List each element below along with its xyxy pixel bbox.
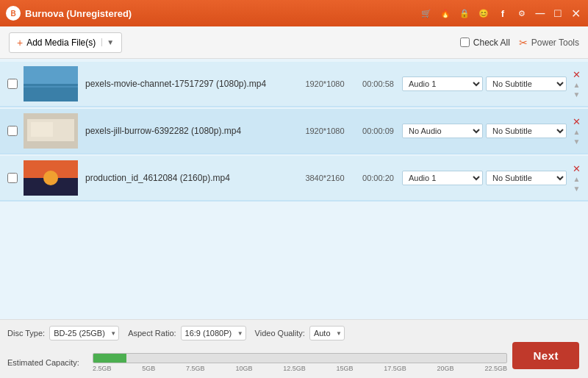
- file-actions: ✕▲▼: [573, 70, 581, 99]
- cart-icon[interactable]: 🛒: [419, 6, 434, 21]
- file-delete-button[interactable]: ✕: [573, 117, 581, 126]
- file-audio-select[interactable]: Audio 1No AudioAudio 2: [402, 124, 483, 138]
- title-left: B Burnova (Unregistered): [6, 6, 132, 21]
- file-actions: ✕▲▼: [573, 117, 581, 146]
- aspect-ratio-group: Aspect Ratio: 16:9 (1080P): [128, 326, 245, 340]
- scale-mark: 2.5GB: [93, 365, 112, 372]
- check-all-container: Check All: [460, 38, 510, 48]
- video-quality-select[interactable]: Auto: [309, 326, 345, 340]
- scale-mark: 12.5GB: [283, 365, 306, 372]
- lock-icon[interactable]: 🔒: [457, 6, 472, 21]
- file-duration: 00:00:20: [354, 174, 402, 182]
- file-move-down-button[interactable]: ▼: [573, 138, 581, 146]
- video-quality-select-wrapper: Auto: [309, 326, 345, 340]
- disc-type-group: Disc Type: BD-25 (25GB): [7, 326, 119, 340]
- scale-labels: 2.5GB5GB7.5GB10GB12.5GB15GB17.5GB20GB22.…: [93, 365, 507, 372]
- disc-type-label: Disc Type:: [7, 329, 45, 338]
- add-icon: +: [17, 37, 23, 49]
- file-subtitle-select[interactable]: No SubtitleSubtitle 1Subtitle 2: [486, 76, 567, 91]
- scale-mark: 10GB: [235, 365, 252, 372]
- file-move-down-button[interactable]: ▼: [573, 90, 581, 99]
- power-tools-button[interactable]: ✂ Power Tools: [519, 37, 579, 49]
- scale-mark: 17.5GB: [384, 365, 406, 372]
- disc-type-select[interactable]: BD-25 (25GB): [49, 326, 119, 340]
- file-row: production_id_4612084 (2160p).mp43840*21…: [0, 156, 588, 202]
- content-area: pexels-movie-channet-17517297 (1080p).mp…: [0, 59, 588, 319]
- file-name: production_id_4612084 (2160p).mp4: [85, 173, 295, 183]
- toolbar: + Add Media File(s) ▼ Check All ✂ Power …: [0, 26, 588, 59]
- check-all-label: Check All: [473, 38, 510, 48]
- file-checkbox[interactable]: [7, 126, 18, 136]
- add-media-label: Add Media File(s): [26, 38, 96, 48]
- tools-icon: ✂: [519, 37, 528, 49]
- file-subtitle-wrapper: No SubtitleSubtitle 1Subtitle 2: [486, 124, 567, 138]
- file-move-up-button[interactable]: ▲: [573, 175, 581, 183]
- file-audio-select[interactable]: Audio 1No AudioAudio 2: [402, 171, 483, 185]
- file-resolution: 1920*1080: [295, 126, 354, 135]
- title-controls: 🛒 🔥 🔒 😊 f ⚙ ─ ☐ ✕: [419, 6, 582, 21]
- estimated-capacity-label: Estimated Capacity:: [7, 358, 88, 367]
- file-move-down-button[interactable]: ▼: [573, 185, 581, 193]
- settings-icon[interactable]: ⚙: [514, 6, 529, 21]
- file-audio-wrapper: Audio 1No AudioAudio 2: [402, 124, 483, 138]
- file-subtitle-select[interactable]: No SubtitleSubtitle 1Subtitle 2: [486, 171, 567, 185]
- next-button[interactable]: Next: [512, 342, 579, 369]
- file-duration: 00:00:58: [354, 79, 402, 88]
- svg-rect-7: [31, 122, 53, 137]
- capacity-bar-row: Estimated Capacity: 2.5GB5GB7.5GB10GB12.…: [0, 353, 588, 378]
- file-delete-button[interactable]: ✕: [573, 164, 581, 174]
- file-row: pexels-movie-channet-17517297 (1080p).mp…: [0, 62, 588, 107]
- minimize-button[interactable]: ─: [534, 7, 547, 20]
- video-quality-group: Video Quality: Auto: [255, 326, 345, 340]
- app-logo: B: [6, 6, 21, 21]
- power-tools-label: Power Tools: [531, 38, 579, 48]
- logo-icon: B: [10, 10, 15, 18]
- file-name: pexels-movie-channet-17517297 (1080p).mp…: [85, 79, 295, 89]
- file-delete-button[interactable]: ✕: [573, 70, 581, 79]
- burn-icon[interactable]: 🔥: [438, 6, 453, 21]
- file-actions: ✕▲▼: [573, 164, 581, 193]
- file-list: pexels-movie-channet-17517297 (1080p).mp…: [0, 59, 588, 319]
- file-thumbnail: [24, 160, 78, 196]
- bottom-bar: Disc Type: BD-25 (25GB) Aspect Ratio: 16…: [0, 319, 588, 378]
- file-move-up-button[interactable]: ▲: [573, 128, 581, 136]
- check-all-checkbox[interactable]: [460, 38, 470, 47]
- aspect-ratio-select-wrapper: 16:9 (1080P): [181, 326, 246, 340]
- scale-mark: 15GB: [337, 365, 354, 372]
- file-subtitle-wrapper: No SubtitleSubtitle 1Subtitle 2: [486, 171, 567, 185]
- file-resolution: 3840*2160: [295, 174, 354, 182]
- file-row: pexels-jill-burrow-6392282 (1080p).mp419…: [0, 109, 588, 154]
- dropdown-arrow-icon[interactable]: ▼: [101, 38, 114, 46]
- file-audio-wrapper: Audio 1No AudioAudio 2: [402, 171, 483, 185]
- title-bar: B Burnova (Unregistered) 🛒 🔥 🔒 😊 f ⚙ ─ ☐…: [0, 0, 588, 26]
- scale-mark: 7.5GB: [186, 365, 205, 372]
- file-subtitle-wrapper: No SubtitleSubtitle 1Subtitle 2: [486, 76, 567, 91]
- scale-mark: 22.5GB: [484, 365, 507, 372]
- file-thumbnail: [24, 66, 78, 101]
- file-resolution: 1920*1080: [295, 79, 354, 88]
- restore-button[interactable]: ☐: [551, 7, 564, 20]
- file-name: pexels-jill-burrow-6392282 (1080p).mp4: [85, 126, 295, 136]
- close-button[interactable]: ✕: [569, 7, 582, 20]
- add-media-button[interactable]: + Add Media File(s) ▼: [9, 32, 122, 53]
- file-checkbox[interactable]: [7, 79, 18, 89]
- file-audio-wrapper: Audio 1No AudioAudio 2: [402, 76, 483, 91]
- aspect-ratio-label: Aspect Ratio:: [128, 329, 176, 338]
- video-quality-label: Video Quality:: [255, 329, 305, 338]
- file-move-up-button[interactable]: ▲: [573, 81, 581, 89]
- smiley-icon[interactable]: 😊: [476, 6, 491, 21]
- app-title: Burnova (Unregistered): [25, 8, 132, 19]
- facebook-icon[interactable]: f: [495, 6, 510, 21]
- file-audio-select[interactable]: Audio 1No AudioAudio 2: [402, 76, 483, 91]
- toolbar-right: Check All ✂ Power Tools: [460, 37, 579, 49]
- file-subtitle-select[interactable]: No SubtitleSubtitle 1Subtitle 2: [486, 124, 567, 138]
- svg-point-11: [43, 171, 58, 185]
- file-checkbox[interactable]: [7, 173, 18, 183]
- capacity-track: [93, 353, 507, 363]
- file-duration: 00:00:09: [354, 126, 402, 135]
- svg-rect-1: [24, 66, 78, 84]
- bottom-controls: Disc Type: BD-25 (25GB) Aspect Ratio: 16…: [0, 320, 588, 343]
- aspect-ratio-select[interactable]: 16:9 (1080P): [181, 326, 246, 340]
- scale-mark: 20GB: [437, 365, 454, 372]
- file-thumbnail: [24, 113, 78, 149]
